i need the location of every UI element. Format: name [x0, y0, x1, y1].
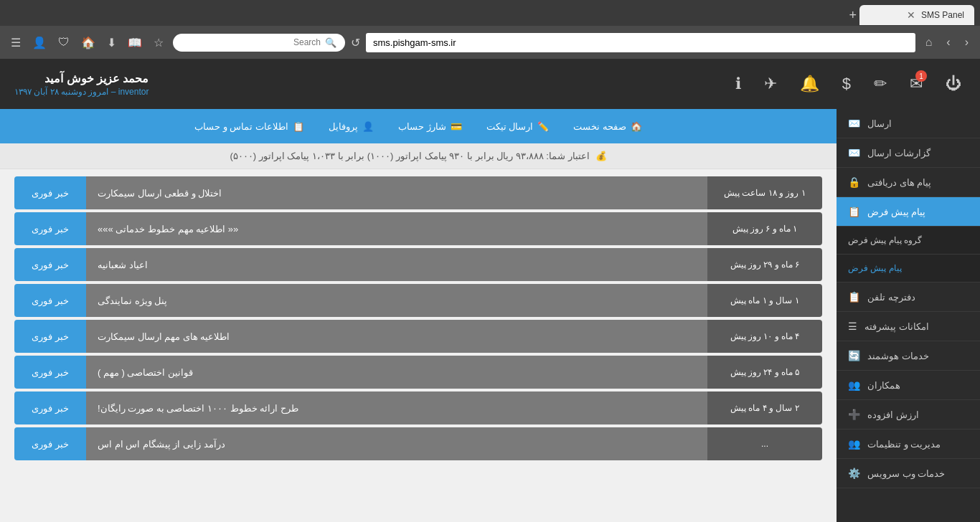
preset-label: پیام پیش فرض [867, 207, 925, 217]
msg-tag-6: خبر فوری [14, 392, 86, 424]
sidebar-item-preset-message[interactable]: پیام پیش فرض [837, 255, 980, 283]
sidebar-item-received[interactable]: پیام های دریافتی 🔒 [837, 168, 980, 197]
browser-chrome: SMS Panel ✕ + ‹ › ⌂ ↺ 🔍 ☆ 📖 ⬇ 🏠 🛡 👤 ☰ [0, 0, 980, 59]
account-icon[interactable]: 👤 [29, 33, 50, 52]
back-button[interactable]: ‹ [961, 33, 973, 52]
date-colored: امروز دوشنبه ۲۸ آبان ۱۳۹۷ [14, 87, 108, 97]
nav-charge[interactable]: 💳 شارژ حساب [388, 115, 472, 138]
phonebook-icon: 📋 [848, 291, 860, 303]
sidebar-item-send[interactable]: ارسال ✉️ [837, 109, 980, 138]
nav-home-icon: 🏠 [631, 121, 642, 132]
new-tab-button[interactable]: + [849, 8, 857, 23]
search-input[interactable] [192, 37, 321, 47]
message-row[interactable]: ۴ ماه و ۱۰ روز پیش اطلاعیه های مهم ارسال… [14, 320, 822, 353]
search-icon: 🔍 [325, 37, 336, 48]
app-header: ⏻ ✉ 1 ✏ $ 🔔 ✈ ℹ محمد عزیز خوش آمید inven… [0, 59, 980, 109]
received-icon: 🔒 [848, 176, 860, 188]
nav-contact[interactable]: 📋 اطلاعات تماس و حساب [184, 115, 314, 138]
sidebar-item-admin[interactable]: مدیریت و تنظیمات 👥 [837, 430, 980, 459]
msg-title-0: اختلال و قطعی ارسال سیمکارت [86, 176, 707, 209]
advanced-label: امکانات پیشرفته [864, 321, 929, 332]
tab-close-button[interactable]: ✕ [907, 9, 915, 21]
msg-title-1: «« اطلاعیه مهم خطوط خدماتی »»» [86, 212, 707, 245]
sidebar-item-phonebook[interactable]: دفترچه تلفن 📋 [837, 283, 980, 312]
sidebar: ارسال ✉️ گزارشات ارسال ✉️ پیام های دریاف… [837, 109, 980, 522]
msg-tag-2: خبر فوری [14, 248, 86, 281]
nav-home-label: صفحه نخست [573, 121, 626, 132]
message-row[interactable]: ۱ ماه و ۶ روز پیش «« اطلاعیه مهم خطوط خد… [14, 212, 822, 245]
nav-profile[interactable]: 👤 پروفایل [319, 115, 384, 138]
admin-label: مدیریت و تنظیمات [867, 439, 941, 450]
message-row[interactable]: ۵ ماه و ۲۴ روز پیش قوانین اختصاصی ( مهم … [14, 356, 822, 389]
sidebar-item-partners[interactable]: همکاران 👥 [837, 371, 980, 400]
messages-list: ۱ روز و ۱۸ ساعت پیش اختلال و قطعی ارسال … [0, 169, 837, 470]
send-menu-icon: ✉️ [848, 118, 860, 129]
bell-icon[interactable]: 🔔 [796, 70, 824, 98]
admin-icon: 👥 [848, 438, 860, 450]
info-icon[interactable]: ℹ [731, 70, 745, 98]
nav-ticket[interactable]: ✏️ ارسال تیکت [476, 115, 560, 138]
home-button[interactable]: ⌂ [921, 33, 937, 52]
search-wrapper: 🔍 [173, 34, 345, 52]
pen-icon[interactable]: ✏ [870, 70, 891, 98]
msg-time-1: ۱ ماه و ۶ روز پیش [707, 212, 822, 245]
menu-icon[interactable]: ☰ [7, 33, 24, 52]
role-label: inventor [118, 87, 149, 97]
preset-message-label: پیام پیش فرض [848, 263, 902, 273]
bookmark-star-icon[interactable]: ☆ [150, 33, 167, 52]
msg-title-3: پنل ویژه نمایندگی [86, 284, 707, 317]
browser-tab[interactable]: SMS Panel ✕ [859, 5, 974, 25]
forward-button[interactable]: › [942, 33, 954, 52]
nav-profile-label: پروفایل [329, 121, 358, 132]
tab-bar: SMS Panel ✕ + [0, 0, 980, 26]
message-badge: 1 [915, 70, 927, 82]
date-label: امروز دوشنبه ۲۸ آبان ۱۳۹۷ [14, 87, 108, 97]
nav-charge-label: شارژ حساب [398, 121, 446, 132]
received-label: پیام های دریافتی [867, 177, 931, 188]
dollar-icon[interactable]: $ [838, 70, 855, 98]
download-icon[interactable]: ⬇ [103, 33, 120, 52]
msg-title-6: طرح ارائه خطوط ۱۰۰۰ اختصاصی به صورت رایگ… [86, 392, 707, 424]
msg-tag-7: خبر فوری [14, 427, 86, 460]
shield-icon[interactable]: 🛡 [55, 33, 73, 52]
content-area: 🏠 صفحه نخست ✏️ ارسال تیکت 💳 شارژ حساب 👤 … [0, 109, 837, 522]
sidebar-item-webservice[interactable]: خدمات وب سرویس ⚙️ [837, 459, 980, 488]
msg-time-2: ۶ ماه و ۲۹ روز پیش [707, 248, 822, 281]
nav-profile-icon: 👤 [362, 121, 374, 132]
message-row[interactable]: ۱ روز و ۱۸ ساعت پیش اختلال و قطعی ارسال … [14, 176, 822, 209]
message-row[interactable]: ۱ سال و ۱ ماه پیش پنل ویژه نمایندگی خبر … [14, 284, 822, 317]
message-row[interactable]: ۲ سال و ۴ ماه پیش طرح ارائه خطوط ۱۰۰۰ اخ… [14, 392, 822, 424]
sidebar-item-value[interactable]: ارزش افزوده ➕ [837, 400, 980, 430]
read-icon[interactable]: 📖 [124, 33, 146, 52]
msg-time-5: ۵ ماه و ۲۴ روز پیش [707, 356, 822, 389]
sidebar-item-advanced[interactable]: امکانات پیشرفته ☰ [837, 312, 980, 341]
header-icons: ⏻ ✉ 1 ✏ $ 🔔 ✈ ℹ [731, 70, 966, 98]
msg-tag-5: خبر فوری [14, 356, 86, 389]
message-row[interactable]: ۶ ماه و ۲۹ روز پیش اعیاد شعبانیه خبر فور… [14, 248, 822, 281]
nav-bar: 🏠 صفحه نخست ✏️ ارسال تیکت 💳 شارژ حساب 👤 … [0, 109, 837, 143]
address-input[interactable] [366, 33, 915, 52]
sidebar-item-preset[interactable]: پیام پیش فرض 📋 [837, 197, 980, 227]
webservice-icon: ⚙️ [848, 468, 860, 479]
sidebar-item-smart[interactable]: خدمات هوشمند 🔄 [837, 341, 980, 371]
home-nav-icon[interactable]: 🏠 [77, 33, 99, 52]
send-menu-label: ارسال [867, 118, 892, 129]
msg-time-6: ۲ سال و ۴ ماه پیش [707, 392, 822, 424]
msg-title-2: اعیاد شعبانیه [86, 248, 707, 281]
smart-label: خدمات هوشمند [867, 351, 929, 361]
preset-icon: 📋 [848, 206, 860, 217]
nav-home[interactable]: 🏠 صفحه نخست [563, 115, 652, 138]
sidebar-item-preset-group[interactable]: گروه پیام پیش فرض [837, 227, 980, 255]
messages-icon[interactable]: ✉ 1 [905, 70, 927, 98]
value-icon: ➕ [848, 409, 860, 420]
message-row[interactable]: ... درآمد زایی از پیشگام اس ام اس خبر فو… [14, 427, 822, 460]
power-icon[interactable]: ⏻ [941, 70, 966, 98]
header-subtitle: inventor – امروز دوشنبه ۲۸ آبان ۱۳۹۷ [14, 87, 149, 97]
msg-title-7: درآمد زایی از پیشگام اس ام اس [86, 427, 707, 460]
sidebar-item-reports[interactable]: گزارشات ارسال ✉️ [837, 138, 980, 168]
reload-button[interactable]: ↺ [351, 36, 360, 49]
advanced-icon: ☰ [848, 321, 857, 332]
send-icon[interactable]: ✈ [760, 70, 781, 98]
tab-title: SMS Panel [921, 10, 964, 20]
msg-time-0: ۱ روز و ۱۸ ساعت پیش [707, 176, 822, 209]
